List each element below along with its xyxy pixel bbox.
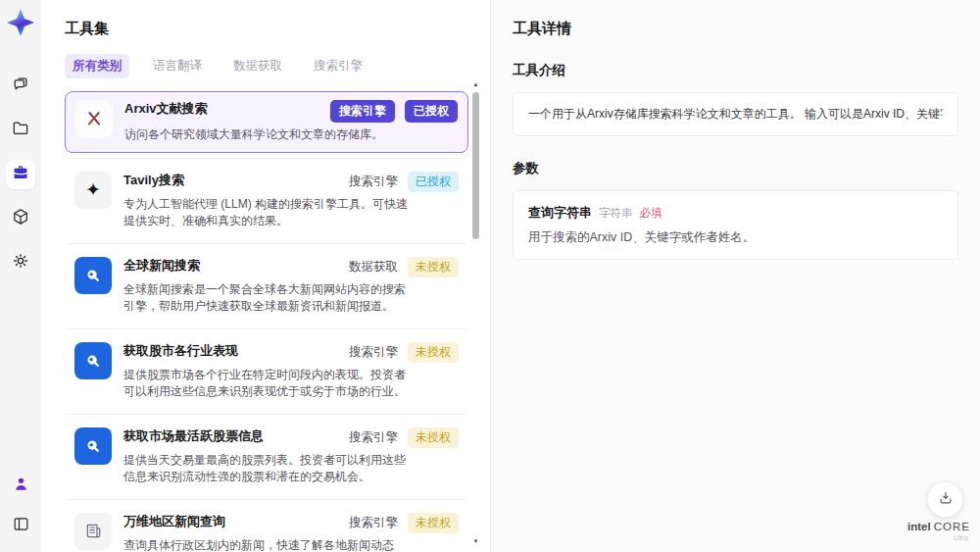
category-label: 搜索引擎 <box>349 174 398 190</box>
card-tags: 搜索引擎 已授权 <box>330 100 458 123</box>
sidebar-item-plugins[interactable] <box>6 204 35 233</box>
cube-icon <box>11 207 30 230</box>
card-main: 万维地区新闻查询 搜索引擎 未授权 查询具体行政区划内的新闻，快速了解各地新闻动… <box>123 513 459 552</box>
gear-icon <box>11 251 30 275</box>
card-top: 全球新闻搜索 数据获取 未授权 <box>123 257 459 277</box>
intel-logo-text: intel CORE <box>907 521 970 532</box>
category-label: 搜索引擎 <box>349 515 398 531</box>
tool-card-arxiv[interactable]: Arxiv文献搜索 搜索引擎 已授权 访问各个研究领域大量科学论文和文章的存储库… <box>65 91 468 153</box>
collapse-panel-button[interactable] <box>6 511 35 540</box>
search-icon <box>74 427 112 465</box>
status-badge: 未授权 <box>408 257 459 277</box>
left-sidebar <box>0 0 41 552</box>
tool-card-regional-news[interactable]: 万维地区新闻查询 搜索引擎 未授权 查询具体行政区划内的新闻，快速了解各地新闻动… <box>65 505 468 552</box>
param-name: 查询字符串 <box>528 204 592 222</box>
user-avatar-button[interactable] <box>6 471 35 500</box>
tool-description: 访问各个研究领域大量科学论文和文章的存储库。 <box>124 126 411 144</box>
tool-name: 获取股市各行业表现 <box>123 342 238 360</box>
card-tags: 搜索引擎 未授权 <box>349 342 459 363</box>
tool-description: 提供股票市场各个行业在特定时间段内的表现。投资者可以利用这些信息来识别表现优于或… <box>123 367 410 401</box>
sidebar-nav <box>6 72 35 277</box>
param-box: 查询字符串 字符串 必填 用于搜索的Arxiv ID、关键字或作者姓名。 <box>513 190 958 260</box>
card-tags: 数据获取 未授权 <box>349 257 459 277</box>
param-description: 用于搜索的Arxiv ID、关键字或作者姓名。 <box>528 229 943 246</box>
tab-search-engine[interactable]: 搜索引擎 <box>306 54 370 78</box>
intel-core-logo: intel CORE Ultra <box>906 517 972 541</box>
tool-description: 全球新闻搜索是一个聚合全球各大新闻网站内容的搜索引擎，帮助用户快速获取全球最新资… <box>123 281 410 316</box>
app-logo <box>7 9 34 36</box>
tool-description: 提供当天交易量最高的股票列表。投资者可以利用这些信息来识别流动性强的股票和潜在的… <box>123 452 410 486</box>
tool-description: 专为人工智能代理 (LLM) 构建的搜索引擎工具。可快速提供实时、准确和真实的结… <box>123 196 410 230</box>
card-main: Tavily搜索 搜索引擎 已授权 专为人工智能代理 (LLM) 构建的搜索引擎… <box>123 172 459 230</box>
category-label: 搜索引擎 <box>349 344 398 361</box>
tool-name: 全球新闻搜索 <box>123 257 200 275</box>
tool-card-list: Arxiv文献搜索 搜索引擎 已授权 访问各个研究领域大量科学论文和文章的存储库… <box>65 91 468 552</box>
intro-text: 一个用于从Arxiv存储库搜索科学论文和文章的工具。 输入可以是Arxiv ID… <box>528 106 943 123</box>
divider <box>67 499 466 500</box>
category-label: 数据获取 <box>349 259 398 276</box>
tool-card-most-active-stocks[interactable]: 获取市场最活跃股票信息 搜索引擎 未授权 提供当天交易量最高的股票列表。投资者可… <box>65 420 468 494</box>
card-tags: 搜索引擎 已授权 <box>349 172 459 192</box>
sidebar-item-tools[interactable] <box>6 160 35 189</box>
card-top: Tavily搜索 搜索引擎 已授权 <box>123 172 459 192</box>
status-badge: 已授权 <box>408 172 459 192</box>
tavily-star-icon: ✦ <box>74 172 112 209</box>
card-main: 获取股市各行业表现 搜索引擎 未授权 提供股票市场各个行业在特定时间段内的表现。… <box>123 342 459 401</box>
sidebar-item-files[interactable] <box>6 116 35 145</box>
tab-language-translation[interactable]: 语言翻译 <box>145 54 210 78</box>
detail-title: 工具详情 <box>513 20 958 38</box>
intel-word: intel <box>907 521 931 532</box>
status-badge: 未授权 <box>408 513 459 533</box>
divider <box>67 328 466 329</box>
divider <box>67 243 466 244</box>
intro-heading: 工具介绍 <box>513 62 958 79</box>
folder-icon <box>11 119 30 142</box>
newspaper-icon <box>74 513 112 550</box>
scroll-up-arrow[interactable]: ▲ <box>471 80 480 88</box>
tool-name: 万维地区新闻查询 <box>123 513 225 530</box>
params-heading: 参数 <box>513 160 958 177</box>
sidebar-item-chat[interactable] <box>6 72 35 101</box>
card-tags: 搜索引擎 未授权 <box>349 427 459 448</box>
scroll-down-arrow[interactable]: ▼ <box>471 537 480 545</box>
tool-name: Tavily搜索 <box>123 172 184 189</box>
divider <box>67 414 466 415</box>
param-required-label: 必填 <box>640 206 662 221</box>
param-type: 字符串 <box>599 206 633 221</box>
card-main: 全球新闻搜索 数据获取 未授权 全球新闻搜索是一个聚合全球各大新闻网站内容的搜索… <box>123 257 459 316</box>
arxiv-icon <box>75 100 113 137</box>
tab-data-acquisition[interactable]: 数据获取 <box>225 54 290 78</box>
category-badge: 搜索引擎 <box>330 100 395 123</box>
card-main: 获取市场最活跃股票信息 搜索引擎 未授权 提供当天交易量最高的股票列表。投资者可… <box>123 427 459 486</box>
tool-detail-panel: 工具详情 工具介绍 一个用于从Arxiv存储库搜索科学论文和文章的工具。 输入可… <box>490 0 980 552</box>
card-top: 获取市场最活跃股票信息 搜索引擎 未授权 <box>123 427 459 448</box>
card-top: 万维地区新闻查询 搜索引擎 未授权 <box>123 513 459 533</box>
status-badge: 已授权 <box>405 100 458 123</box>
tool-card-global-news[interactable]: 全球新闻搜索 数据获取 未授权 全球新闻搜索是一个聚合全球各大新闻网站内容的搜索… <box>65 249 468 324</box>
panel-layout-icon <box>12 515 30 537</box>
core-word: CORE <box>934 521 970 532</box>
status-badge: 未授权 <box>408 427 459 448</box>
category-label: 搜索引擎 <box>349 429 398 446</box>
tool-name: Arxiv文献搜索 <box>124 100 208 118</box>
card-main: Arxiv文献搜索 搜索引擎 已授权 访问各个研究领域大量科学论文和文章的存储库… <box>124 100 458 144</box>
download-icon <box>937 489 955 511</box>
download-button[interactable] <box>927 481 963 518</box>
sidebar-item-settings[interactable] <box>6 248 35 277</box>
tool-name: 获取市场最活跃股票信息 <box>123 427 264 445</box>
ultra-word: Ultra <box>906 534 972 542</box>
user-icon <box>12 475 30 497</box>
divider <box>67 158 466 159</box>
card-top: 获取股市各行业表现 搜索引擎 未授权 <box>123 342 459 363</box>
scrollbar[interactable]: ▲ ▼ <box>471 80 480 545</box>
card-top: Arxiv文献搜索 搜索引擎 已授权 <box>124 100 458 123</box>
card-tags: 搜索引擎 未授权 <box>349 513 459 533</box>
tool-card-sector-performance[interactable]: 获取股市各行业表现 搜索引擎 未授权 提供股票市场各个行业在特定时间段内的表现。… <box>65 334 468 409</box>
tool-card-tavily[interactable]: ✦ Tavily搜索 搜索引擎 已授权 专为人工智能代理 (LLM) 构建的搜索… <box>65 164 468 238</box>
scrollbar-thumb[interactable] <box>472 92 479 239</box>
chat-icon <box>11 75 30 98</box>
tab-all-categories[interactable]: 所有类别 <box>65 54 129 78</box>
search-icon <box>74 342 112 379</box>
category-tabs: 所有类别 语言翻译 数据获取 搜索引擎 <box>65 54 468 78</box>
sidebar-bottom <box>6 471 35 540</box>
